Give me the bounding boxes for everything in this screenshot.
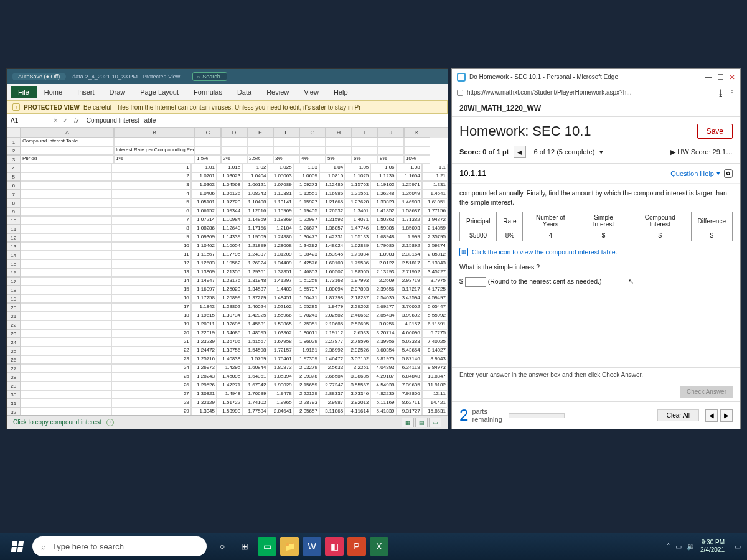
cell[interactable]: 10.8347: [422, 373, 448, 381]
cell[interactable]: 2.07893: [345, 286, 370, 294]
cell[interactable]: 8.9543: [422, 355, 448, 364]
cell[interactable]: 1.21355: [217, 268, 242, 277]
cell[interactable]: 1.23176: [217, 277, 242, 286]
row-header[interactable]: 1: [7, 138, 21, 146]
cell[interactable]: 1.15927: [294, 198, 319, 207]
cell[interactable]: [195, 146, 221, 155]
cell[interactable]: 13.11: [422, 390, 448, 399]
cell[interactable]: 1.47271: [217, 381, 242, 390]
cell[interactable]: 2.39656: [370, 286, 396, 294]
cell[interactable]: 1.73168: [319, 277, 345, 286]
row-header[interactable]: 2: [7, 146, 21, 155]
cell[interactable]: [221, 138, 247, 146]
cell[interactable]: 1.24886: [268, 233, 293, 242]
cell[interactable]: 1.55133: [345, 233, 370, 242]
cell[interactable]: 1.12649: [217, 225, 242, 233]
maximize-icon[interactable]: ☐: [717, 73, 724, 82]
cell[interactable]: 1.9161: [294, 347, 319, 355]
cell[interactable]: 1.24337: [242, 251, 268, 259]
cell[interactable]: 1.2184: [268, 225, 293, 233]
cell[interactable]: 1.09369: [191, 233, 217, 242]
tab-home[interactable]: Home: [37, 86, 70, 98]
cell[interactable]: 10%: [404, 155, 430, 164]
cell[interactable]: 1.1664: [397, 172, 422, 181]
row-header[interactable]: 17: [7, 277, 21, 286]
cell[interactable]: 3: [111, 181, 190, 190]
cell[interactable]: 5: [111, 198, 190, 207]
cell[interactable]: 1.4483: [268, 286, 293, 294]
cell[interactable]: 1.03023: [217, 172, 242, 181]
cell[interactable]: 1.21665: [319, 198, 345, 207]
taskbar-search[interactable]: ⌕ Type here to search: [32, 536, 207, 556]
cell[interactable]: 1.34392: [294, 242, 319, 251]
autosave-toggle[interactable]: AutoSave (● Off): [12, 73, 66, 80]
cell[interactable]: 2.52695: [345, 320, 370, 329]
row-header[interactable]: 23: [7, 329, 21, 338]
cell[interactable]: 1.24472: [191, 347, 217, 355]
cell[interactable]: 9.84973: [422, 364, 448, 373]
cell[interactable]: 1.42331: [319, 233, 345, 242]
cell[interactable]: 5.03383: [397, 338, 422, 347]
cell[interactable]: 1.015: [217, 164, 242, 172]
cell[interactable]: 1.14947: [191, 277, 217, 286]
cell[interactable]: [21, 303, 112, 312]
cell[interactable]: 1.65285: [294, 303, 319, 312]
cell[interactable]: 5%: [326, 155, 352, 164]
cell[interactable]: 1.61051: [422, 198, 448, 207]
view-normal-icon[interactable]: ▦: [402, 418, 414, 427]
cell[interactable]: 8: [111, 225, 190, 233]
select-all[interactable]: [7, 128, 21, 138]
pager-prev[interactable]: ◀: [705, 409, 718, 422]
cell[interactable]: 1.71034: [345, 251, 370, 259]
cell[interactable]: 1.36049: [397, 190, 422, 198]
row-header[interactable]: 10: [7, 216, 21, 225]
cell[interactable]: 1.1: [422, 164, 448, 172]
row-header[interactable]: 29: [7, 381, 21, 390]
cell[interactable]: 1.52162: [268, 303, 293, 312]
cell[interactable]: [326, 146, 352, 155]
cell[interactable]: 6%: [352, 155, 378, 164]
excel-search[interactable]: ⌕ Search: [192, 72, 227, 81]
cell[interactable]: 3.20714: [370, 329, 396, 338]
cell[interactable]: 8%: [378, 155, 404, 164]
cell[interactable]: [21, 364, 112, 373]
cell[interactable]: [21, 242, 112, 251]
cell[interactable]: 1.19405: [294, 207, 319, 216]
row-header[interactable]: 12: [7, 233, 21, 242]
cell[interactable]: 3.07152: [345, 355, 370, 364]
cell[interactable]: [404, 146, 430, 155]
download-icon[interactable]: ⭳: [716, 88, 725, 98]
excel-icon[interactable]: X: [370, 537, 388, 556]
cell[interactable]: 1.15763: [345, 181, 370, 190]
cell[interactable]: 20: [111, 329, 190, 338]
minimize-icon[interactable]: —: [705, 73, 712, 82]
cell[interactable]: 2.78596: [345, 338, 370, 347]
cell[interactable]: 5.11169: [370, 399, 396, 408]
cell[interactable]: 13: [111, 268, 190, 277]
answer-input[interactable]: [465, 277, 486, 287]
cell[interactable]: 2.28793: [294, 399, 319, 408]
cell[interactable]: 1.10984: [217, 216, 242, 225]
cell[interactable]: 1.80094: [319, 286, 345, 294]
cell[interactable]: 1.21899: [242, 242, 268, 251]
cell[interactable]: 1.0201: [191, 172, 217, 181]
row-header[interactable]: 22: [7, 320, 21, 329]
cell[interactable]: [21, 373, 112, 381]
cell[interactable]: 1.55797: [294, 286, 319, 294]
cell[interactable]: [21, 259, 112, 268]
cell[interactable]: [21, 164, 112, 172]
cell[interactable]: 4: [111, 190, 190, 198]
cell[interactable]: 1.12683: [191, 259, 217, 268]
cell[interactable]: [299, 146, 326, 155]
cell[interactable]: 1.03: [294, 164, 319, 172]
cell[interactable]: 3.99602: [397, 312, 422, 320]
start-button[interactable]: [6, 535, 29, 558]
cell[interactable]: 22: [111, 347, 190, 355]
progress-label[interactable]: 6 of 12 (5 complete): [533, 148, 594, 156]
cell[interactable]: 1.41297: [268, 277, 293, 286]
cell[interactable]: 1.46933: [397, 198, 422, 207]
col-header[interactable]: G: [299, 128, 326, 138]
cell[interactable]: 11.9182: [422, 381, 448, 390]
cell[interactable]: 6.11591: [422, 320, 448, 329]
cell[interactable]: 1.48024: [319, 242, 345, 251]
